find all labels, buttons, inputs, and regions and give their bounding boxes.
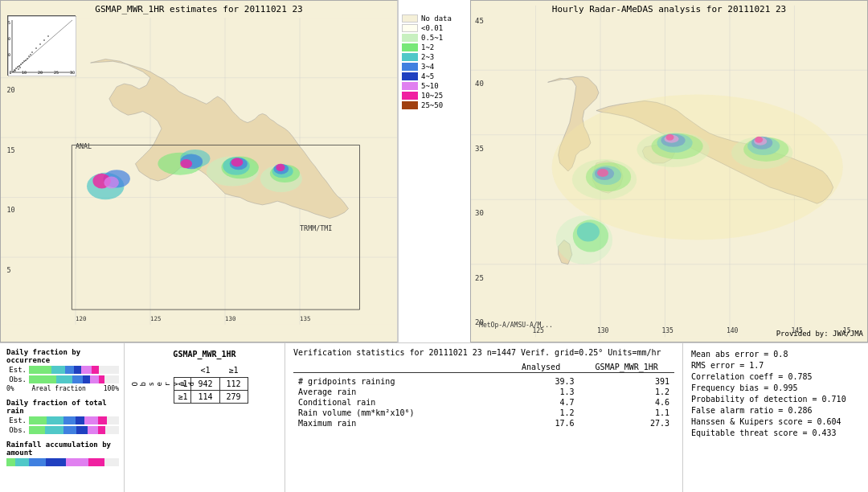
obs-bar-track-2 xyxy=(29,426,119,434)
legend-panel: No data <0.01 0.5~1 1~2 2~3 3~4 xyxy=(398,0,470,342)
svg-text:20: 20 xyxy=(8,36,10,41)
verif-label-1: Average rain xyxy=(293,387,503,397)
verif-row-1: Average rain 1.3 1.2 xyxy=(293,387,674,397)
verif-analysed-3: 1.2 xyxy=(503,408,579,418)
svg-point-26 xyxy=(39,43,41,45)
svg-text:20: 20 xyxy=(6,86,14,94)
legend-label-5-10: 5~10 xyxy=(421,82,439,90)
legend-label-1-2: 1~2 xyxy=(421,43,434,51)
verif-table: Analysed GSMAP_MWR_1HR # gridpoints rain… xyxy=(293,362,674,428)
obs-label-1: Obs. xyxy=(6,375,27,383)
svg-text:20: 20 xyxy=(38,70,43,75)
svg-point-23 xyxy=(31,51,33,53)
maps-row: GSMAP_MWR_1HR estimates for 20111021 23 … xyxy=(0,0,868,343)
verif-label-3: Rain volume (mm*km²x10⁶) xyxy=(293,408,503,418)
svg-point-24 xyxy=(19,67,21,68)
right-map-svg: 45 40 35 30 25 20 125 130 135 140 145 15 xyxy=(471,1,867,342)
svg-text:130: 130 xyxy=(225,315,235,322)
verif-row-0: # gridpoints raining 39.3 391 xyxy=(293,376,674,387)
legend-color-10-25 xyxy=(402,92,418,100)
legend-item-10-25: 10~25 xyxy=(402,92,467,100)
est-label-1: Est. xyxy=(6,366,27,374)
est-occurrence-row: Est. xyxy=(6,366,119,374)
svg-point-22 xyxy=(30,54,31,55)
stat-freq-bias: Frequency bias = 0.995 xyxy=(691,383,860,392)
svg-text:40: 40 xyxy=(475,80,484,88)
chart-total-rain: Daily fraction of total rain Est. Obs. xyxy=(6,399,119,434)
right-stats-panel: Mean abs error = 0.8 RMS error = 1.7 Cor… xyxy=(683,343,868,492)
stat-pod: Probability of detection = 0.710 xyxy=(691,395,860,404)
cell-21: 114 xyxy=(191,391,219,404)
right-map-panel: Hourly Radar-AMeDAS analysis for 2011102… xyxy=(470,0,868,342)
svg-point-63 xyxy=(276,164,285,171)
obs-rain-row: Obs. xyxy=(6,426,119,434)
svg-text:ANAL: ANAL xyxy=(76,142,92,150)
svg-point-17 xyxy=(22,62,23,64)
left-map-title: GSMAP_MWR_1HR estimates for 20111021 23 xyxy=(1,4,397,14)
svg-text:125: 125 xyxy=(150,315,161,322)
legend-label-2-3: 2~3 xyxy=(421,53,434,61)
col-lt1-header: <1 xyxy=(191,363,219,378)
svg-text:135: 135 xyxy=(300,315,310,322)
chart-accumulation: Rainfall accumulation by amount xyxy=(6,441,119,466)
svg-text:25: 25 xyxy=(475,274,484,282)
axis-labels-1: 0% Areal fraction 100% xyxy=(6,385,119,392)
svg-text:0: 0 xyxy=(9,70,11,75)
svg-point-20 xyxy=(27,58,28,59)
stat-equitable-threat: Equitable threat score = 0.433 xyxy=(691,428,860,437)
col-analysed-header: Analysed xyxy=(503,362,579,373)
svg-point-49 xyxy=(104,177,119,189)
svg-point-27 xyxy=(43,39,45,41)
verif-gsmap-0: 391 xyxy=(579,376,674,387)
cell-12: 112 xyxy=(219,378,248,391)
stats-row: Daily fraction by occurrence Est. Obs. xyxy=(0,343,868,492)
svg-point-28 xyxy=(47,35,49,37)
svg-point-31 xyxy=(13,71,14,72)
svg-text:30: 30 xyxy=(70,70,75,75)
left-map-panel: GSMAP_MWR_1HR estimates for 20111021 23 … xyxy=(0,0,398,342)
cell-11: 942 xyxy=(191,378,219,391)
accum-row xyxy=(6,458,119,466)
legend-item-nodata: No data xyxy=(402,14,467,23)
col-gte1-header: ≥1 xyxy=(219,363,248,378)
svg-text:120: 120 xyxy=(76,315,86,322)
legend-label-10-25: 10~25 xyxy=(421,92,443,100)
est-bar-track-1 xyxy=(29,366,119,374)
legend-label-lt001: <0.01 xyxy=(421,24,443,32)
obs-bar-track-1 xyxy=(29,375,119,383)
legend-color-25-50 xyxy=(402,101,418,109)
legend-color-5-10 xyxy=(402,82,418,90)
svg-point-18 xyxy=(23,60,25,62)
legend-label-05-1: 0.5~1 xyxy=(421,34,443,42)
chart-occurrence: Daily fraction by occurrence Est. Obs. xyxy=(6,348,119,392)
verif-label-0: # gridpoints raining xyxy=(293,376,503,387)
stat-false-alarm: False alarm ratio = 0.286 xyxy=(691,406,860,415)
stat-correlation: Correlation coeff = 0.785 xyxy=(691,372,860,381)
svg-text:45: 45 xyxy=(475,17,484,25)
legend-item-2-3: 2~3 xyxy=(402,53,467,61)
legend-color-lt001 xyxy=(402,24,418,32)
cell-22: 279 xyxy=(219,391,248,404)
svg-text:25: 25 xyxy=(8,20,10,25)
svg-text:TRMM/TMI: TRMM/TMI xyxy=(300,224,332,232)
svg-point-16 xyxy=(20,64,22,65)
svg-point-13 xyxy=(17,66,18,68)
svg-point-14 xyxy=(18,65,20,67)
legend-label-25-50: 25~50 xyxy=(421,101,443,109)
verif-gsmap-4: 27.3 xyxy=(579,418,674,428)
svg-text:MetOp-A/AMSU-A/M...: MetOp-A/AMSU-A/M... xyxy=(479,322,553,329)
svg-text:15: 15 xyxy=(6,146,14,154)
verif-row-3: Rain volume (mm*km²x10⁶) 1.2 1.1 xyxy=(293,408,674,418)
svg-point-19 xyxy=(25,59,27,61)
svg-point-53 xyxy=(180,159,192,168)
stat-mean-abs-error: Mean abs error = 0.8 xyxy=(691,350,860,359)
verif-label-2: Conditional rain xyxy=(293,397,503,408)
legend-color-nodata xyxy=(402,14,418,23)
est-bar-track-2 xyxy=(29,416,119,424)
col-gsmap-header: GSMAP_MWR_1HR xyxy=(579,362,674,373)
legend-item-25-50: 25~50 xyxy=(402,101,467,109)
stat-hanssen-kuipers: Hanssen & Kuipers score = 0.604 xyxy=(691,417,860,426)
svg-text:10: 10 xyxy=(8,52,10,57)
verif-gsmap-3: 1.1 xyxy=(579,408,674,418)
svg-point-21 xyxy=(28,55,30,57)
